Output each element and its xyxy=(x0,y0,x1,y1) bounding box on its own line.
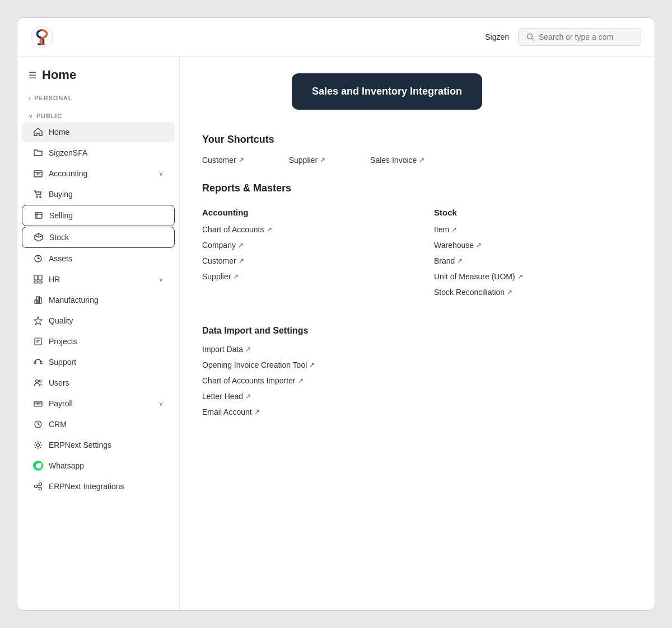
app-logo[interactable] xyxy=(31,26,53,48)
shortcuts-row: Customer ↗ Supplier ↗ Sales Invoice ↗ xyxy=(202,156,632,165)
import-link-import-data[interactable]: Import Data ↗ xyxy=(202,345,632,354)
payroll-icon xyxy=(33,399,43,409)
svg-rect-21 xyxy=(35,300,38,303)
sidebar-item-buying[interactable]: Buying xyxy=(22,184,175,204)
sidebar-item-users-label: Users xyxy=(49,378,164,387)
report-link-chart-of-accounts[interactable]: Chart of Accounts ↗ xyxy=(202,225,400,234)
svg-rect-3 xyxy=(34,171,42,177)
users-icon xyxy=(33,378,43,388)
sidebar-item-projects[interactable]: Projects xyxy=(22,331,175,352)
svg-point-37 xyxy=(39,483,42,486)
payroll-chevron-icon: ∨ xyxy=(158,400,164,407)
svg-line-2 xyxy=(532,39,534,41)
svg-point-36 xyxy=(35,485,38,488)
warehouse-arrow-icon: ↗ xyxy=(476,241,482,249)
sidebar-item-assets[interactable]: Assets xyxy=(22,249,175,269)
sidebar-item-home[interactable]: Home xyxy=(22,122,175,142)
sidebar-item-erpnext-settings[interactable]: ERPNext Settings xyxy=(22,435,175,455)
svg-point-38 xyxy=(39,488,42,490)
personal-section-label[interactable]: › PERSONAL xyxy=(17,91,179,104)
report-link-warehouse[interactable]: Warehouse ↗ xyxy=(434,241,632,250)
sidebar-item-selling-label: Selling xyxy=(49,211,163,220)
public-chevron-icon: ∨ xyxy=(29,113,33,119)
import-link-chart-importer[interactable]: Chart of Accounts Importer ↗ xyxy=(202,376,632,385)
svg-rect-20 xyxy=(39,281,42,283)
sidebar-item-whatsapp[interactable]: Whatsapp xyxy=(22,456,175,476)
sidebar-item-payroll[interactable]: Payroll ∨ xyxy=(22,393,175,414)
sidebar-item-hr[interactable]: HR ∨ xyxy=(22,269,175,289)
sidebar-item-crm[interactable]: CRM xyxy=(22,414,175,434)
data-import-title: Data Import and Settings xyxy=(202,326,632,336)
svg-line-12 xyxy=(35,236,39,237)
svg-rect-28 xyxy=(40,362,42,364)
report-link-stock-reconciliation[interactable]: Stock Reconciliation ↗ xyxy=(434,288,632,297)
sidebar-item-manufacturing[interactable]: Manufacturing xyxy=(22,290,175,310)
svg-line-40 xyxy=(38,487,39,488)
support-icon xyxy=(33,357,43,367)
sidebar-item-hr-label: HR xyxy=(49,275,153,284)
shortcuts-title: Your Shortcuts xyxy=(202,134,632,146)
sidebar-item-support[interactable]: Support xyxy=(22,352,175,372)
sidebar-item-erpnext-integrations[interactable]: ERPNext Integrations xyxy=(22,476,175,496)
svg-rect-22 xyxy=(39,298,41,303)
chart-importer-arrow-icon: ↗ xyxy=(298,377,304,385)
report-link-customer[interactable]: Customer ↗ xyxy=(202,256,400,265)
shortcut-sales-invoice[interactable]: Sales Invoice ↗ xyxy=(370,156,424,165)
stock-reconciliation-arrow-icon: ↗ xyxy=(507,288,512,296)
sidebar-item-erpnext-integrations-label: ERPNext Integrations xyxy=(49,482,164,491)
import-link-opening-invoice[interactable]: Opening Invoice Creation Tool ↗ xyxy=(202,360,632,369)
accounting-chevron-icon: ∨ xyxy=(158,170,164,177)
svg-point-7 xyxy=(40,196,41,198)
home-icon xyxy=(33,127,43,137)
report-link-company[interactable]: Company ↗ xyxy=(202,241,400,250)
sidebar-item-buying-label: Buying xyxy=(49,190,164,199)
whatsapp-icon xyxy=(33,461,43,471)
sidebar-item-accounting[interactable]: Accounting ∨ xyxy=(22,163,175,184)
reports-section: Reports & Masters Accounting Chart of Ac… xyxy=(202,182,632,303)
hamburger-icon[interactable]: ☰ xyxy=(29,70,36,81)
shortcut-supplier[interactable]: Supplier ↗ xyxy=(289,156,325,165)
settings-icon xyxy=(33,440,43,450)
search-input[interactable] xyxy=(539,32,628,41)
data-import-section: Data Import and Settings Import Data ↗ O… xyxy=(202,326,632,416)
sidebar-item-sigzensfa[interactable]: SigzenSFA xyxy=(22,143,175,163)
sidebar-item-whatsapp-label: Whatsapp xyxy=(49,461,164,470)
report-link-brand[interactable]: Brand ↗ xyxy=(434,256,632,265)
chart-accounts-arrow-icon: ↗ xyxy=(267,226,272,233)
report-col-stock: Stock Item ↗ Warehouse ↗ Brand ↗ xyxy=(434,208,632,303)
sidebar-item-erpnext-settings-label: ERPNext Settings xyxy=(49,440,164,449)
public-section-label[interactable]: ∨ PUBLIC xyxy=(17,109,179,121)
report-link-uom[interactable]: Unit of Measure (UOM) ↗ xyxy=(434,272,632,281)
search-bar[interactable] xyxy=(518,28,641,46)
hr-icon xyxy=(33,274,43,284)
import-data-arrow-icon: ↗ xyxy=(245,345,251,353)
opening-invoice-arrow-icon: ↗ xyxy=(309,361,315,369)
shortcut-customer[interactable]: Customer ↗ xyxy=(202,156,244,165)
hr-chevron-icon: ∨ xyxy=(158,275,164,283)
quality-icon xyxy=(33,316,43,326)
sidebar-item-crm-label: CRM xyxy=(49,420,164,429)
sidebar-item-selling[interactable]: Selling xyxy=(22,205,175,226)
report-link-supplier[interactable]: Supplier ↗ xyxy=(202,272,400,281)
sidebar-item-manufacturing-label: Manufacturing xyxy=(49,296,164,304)
import-link-letter-head[interactable]: Letter Head ↗ xyxy=(202,392,632,401)
svg-point-30 xyxy=(39,380,41,382)
integrations-icon xyxy=(33,481,43,491)
email-account-arrow-icon: ↗ xyxy=(254,408,260,416)
sidebar-item-users[interactable]: Users xyxy=(22,373,175,393)
sales-invoice-arrow-icon: ↗ xyxy=(419,156,424,164)
import-link-email-account[interactable]: Email Account ↗ xyxy=(202,407,632,416)
svg-point-4 xyxy=(37,173,39,175)
customer-arrow-icon: ↗ xyxy=(239,156,244,164)
buying-icon xyxy=(33,189,43,199)
uom-arrow-icon: ↗ xyxy=(517,273,523,280)
svg-point-35 xyxy=(37,444,40,447)
supplier-report-arrow-icon: ↗ xyxy=(233,273,239,280)
sidebar-item-quality[interactable]: Quality xyxy=(22,311,175,331)
sidebar-item-stock[interactable]: Stock xyxy=(22,227,175,248)
sidebar-item-payroll-label: Payroll xyxy=(49,399,153,408)
svg-rect-19 xyxy=(34,281,38,283)
report-link-item[interactable]: Item ↗ xyxy=(434,225,632,234)
content-area: Sales and Inventory Integration Your Sho… xyxy=(180,57,655,610)
svg-line-13 xyxy=(39,236,43,237)
